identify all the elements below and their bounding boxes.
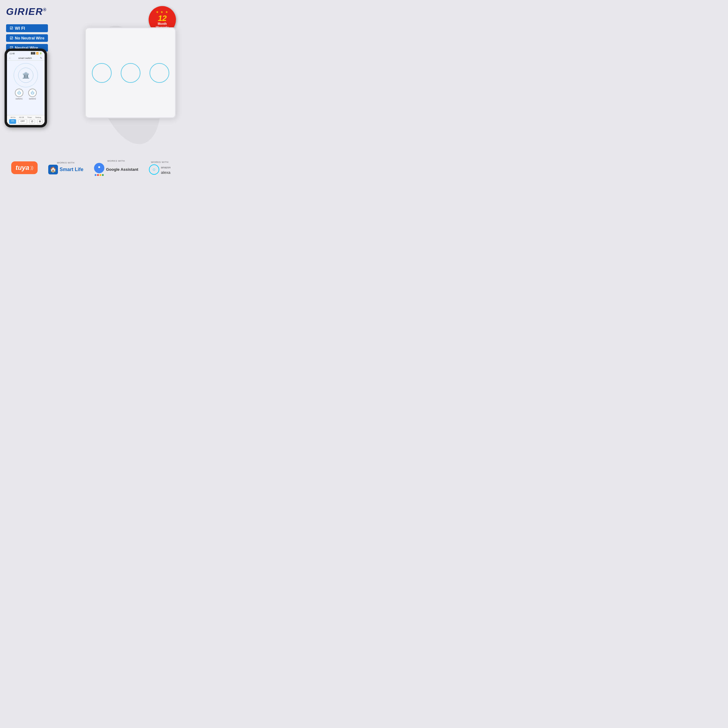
phone-nav-bar: ‹ smart switch ✎ — [7, 56, 44, 61]
switch-controls: ⏻ switch1 ⏻ switch2 — [8, 89, 43, 100]
amazon-alexa-logo: WORKS WITH ○ amazon alexa — [149, 161, 171, 175]
switch-button-2[interactable] — [121, 63, 141, 83]
timer-button[interactable]: ⏱ — [29, 119, 35, 124]
phone-screen: 11:40 ▊▊▊ 📶 🔋 ‹ smart switch ✎ 🏛️ ⏻ swit… — [7, 51, 44, 125]
app-circle-bg: 🏛️ — [14, 63, 38, 87]
brand-logo: GIRIER® — [6, 6, 47, 17]
setting-button[interactable]: ⚙ — [37, 119, 43, 124]
off-button[interactable]: OFF — [18, 119, 27, 124]
feature-badges: ☑ WI FI ☑ No Neutral Wire ☑ Neutral Wire — [6, 24, 48, 52]
phone-status-bar: 11:40 ▊▊▊ 📶 🔋 — [7, 51, 44, 56]
on-button[interactable]: ON — [9, 119, 16, 124]
phone-content: 🏛️ ⏻ switch1 ⏻ switch2 — [7, 61, 44, 101]
bottom-logos: tuya )) WORKS WITH 🏠 Smart Life WORKS WI… — [0, 159, 182, 176]
smart-life-logo: WORKS WITH 🏠 Smart Life — [48, 161, 83, 174]
brand-name: GIRIER — [6, 6, 43, 17]
tuya-logo: tuya )) — [11, 161, 38, 174]
google-assistant-logo: WORKS WITH Google Assistant — [94, 159, 138, 176]
warranty-number: 12 — [158, 14, 167, 22]
switch1-button[interactable]: ⏻ switch1 — [15, 89, 23, 100]
warranty-stars: ★ ★ ★ — [156, 10, 169, 14]
app-circle-inner: 🏛️ — [18, 68, 34, 83]
smart-switch-panel — [85, 27, 176, 118]
switch2-button[interactable]: ⏻ switch2 — [28, 89, 37, 100]
google-icon — [94, 163, 104, 173]
switch-button-1[interactable] — [92, 63, 112, 83]
smart-life-icon: 🏠 — [48, 165, 58, 174]
svg-point-1 — [98, 166, 100, 168]
phone-bottom-bar: All On All Off Timer Setting ON OFF ⏱ ⚙ — [7, 115, 44, 125]
alexa-icon: ○ — [149, 164, 159, 175]
wifi-badge: ☑ WI FI — [6, 24, 48, 32]
switch-button-3[interactable] — [150, 63, 169, 83]
brand-reg: ® — [43, 7, 47, 12]
no-neutral-badge: ☑ No Neutral Wire — [6, 34, 48, 42]
phone-mockup: 11:40 ▊▊▊ 📶 🔋 ‹ smart switch ✎ 🏛️ ⏻ swit… — [5, 49, 47, 127]
